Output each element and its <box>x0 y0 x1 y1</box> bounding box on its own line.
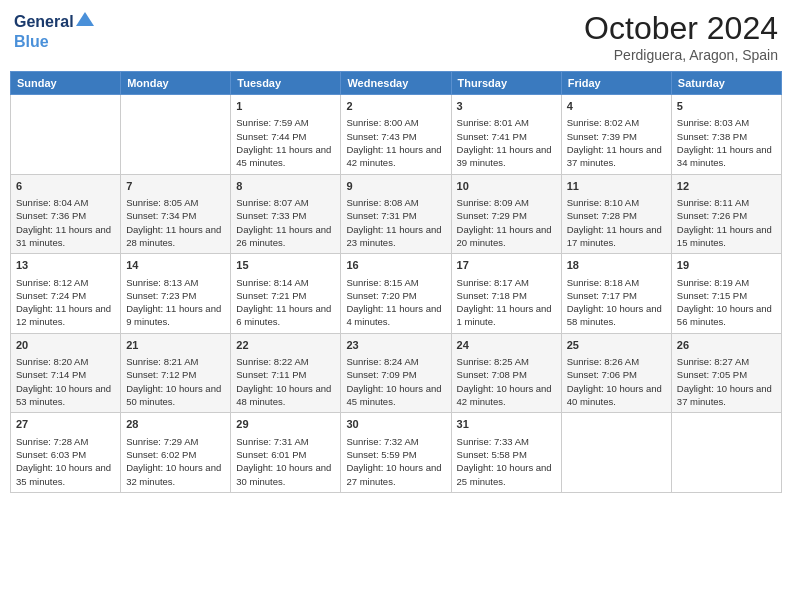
daylight-text: Daylight: 11 hours and 34 minutes. <box>677 144 772 168</box>
daylight-text: Daylight: 11 hours and 39 minutes. <box>457 144 552 168</box>
day-number: 18 <box>567 258 666 273</box>
calendar-cell: 10Sunrise: 8:09 AMSunset: 7:29 PMDayligh… <box>451 174 561 254</box>
month-title: October 2024 <box>584 10 778 47</box>
daylight-text: Daylight: 11 hours and 1 minute. <box>457 303 552 327</box>
daylight-text: Daylight: 10 hours and 50 minutes. <box>126 383 221 407</box>
sunset-text: Sunset: 6:01 PM <box>236 449 306 460</box>
sunset-text: Sunset: 7:44 PM <box>236 131 306 142</box>
sunset-text: Sunset: 7:28 PM <box>567 210 637 221</box>
calendar-cell <box>671 413 781 493</box>
sunset-text: Sunset: 5:59 PM <box>346 449 416 460</box>
sunset-text: Sunset: 7:41 PM <box>457 131 527 142</box>
day-header-friday: Friday <box>561 72 671 95</box>
sunset-text: Sunset: 7:11 PM <box>236 369 306 380</box>
sunrise-text: Sunrise: 8:10 AM <box>567 197 639 208</box>
calendar-cell: 14Sunrise: 8:13 AMSunset: 7:23 PMDayligh… <box>121 254 231 334</box>
day-number: 7 <box>126 179 225 194</box>
calendar-cell: 16Sunrise: 8:15 AMSunset: 7:20 PMDayligh… <box>341 254 451 334</box>
daylight-text: Daylight: 11 hours and 45 minutes. <box>236 144 331 168</box>
sunrise-text: Sunrise: 8:27 AM <box>677 356 749 367</box>
calendar-cell: 8Sunrise: 8:07 AMSunset: 7:33 PMDaylight… <box>231 174 341 254</box>
calendar-table: SundayMondayTuesdayWednesdayThursdayFrid… <box>10 71 782 493</box>
calendar-cell <box>11 95 121 175</box>
day-number: 24 <box>457 338 556 353</box>
day-number: 20 <box>16 338 115 353</box>
sunrise-text: Sunrise: 8:00 AM <box>346 117 418 128</box>
day-number: 13 <box>16 258 115 273</box>
sunrise-text: Sunrise: 7:31 AM <box>236 436 308 447</box>
calendar-cell: 28Sunrise: 7:29 AMSunset: 6:02 PMDayligh… <box>121 413 231 493</box>
daylight-text: Daylight: 11 hours and 28 minutes. <box>126 224 221 248</box>
day-number: 16 <box>346 258 445 273</box>
sunrise-text: Sunrise: 8:19 AM <box>677 277 749 288</box>
daylight-text: Daylight: 11 hours and 12 minutes. <box>16 303 111 327</box>
day-number: 26 <box>677 338 776 353</box>
calendar-cell: 7Sunrise: 8:05 AMSunset: 7:34 PMDaylight… <box>121 174 231 254</box>
sunrise-text: Sunrise: 8:24 AM <box>346 356 418 367</box>
day-number: 14 <box>126 258 225 273</box>
daylight-text: Daylight: 10 hours and 40 minutes. <box>567 383 662 407</box>
daylight-text: Daylight: 10 hours and 53 minutes. <box>16 383 111 407</box>
sunset-text: Sunset: 7:05 PM <box>677 369 747 380</box>
day-number: 22 <box>236 338 335 353</box>
sunrise-text: Sunrise: 8:02 AM <box>567 117 639 128</box>
sunrise-text: Sunrise: 8:05 AM <box>126 197 198 208</box>
daylight-text: Daylight: 10 hours and 25 minutes. <box>457 462 552 486</box>
sunset-text: Sunset: 7:06 PM <box>567 369 637 380</box>
day-header-tuesday: Tuesday <box>231 72 341 95</box>
calendar-cell: 2Sunrise: 8:00 AMSunset: 7:43 PMDaylight… <box>341 95 451 175</box>
calendar-week-row: 1Sunrise: 7:59 AMSunset: 7:44 PMDaylight… <box>11 95 782 175</box>
sunset-text: Sunset: 7:33 PM <box>236 210 306 221</box>
daylight-text: Daylight: 10 hours and 37 minutes. <box>677 383 772 407</box>
sunrise-text: Sunrise: 7:28 AM <box>16 436 88 447</box>
title-area: October 2024 Perdiguera, Aragon, Spain <box>584 10 778 63</box>
calendar-cell: 1Sunrise: 7:59 AMSunset: 7:44 PMDaylight… <box>231 95 341 175</box>
sunrise-text: Sunrise: 8:20 AM <box>16 356 88 367</box>
sunset-text: Sunset: 7:26 PM <box>677 210 747 221</box>
day-number: 19 <box>677 258 776 273</box>
daylight-text: Daylight: 11 hours and 37 minutes. <box>567 144 662 168</box>
daylight-text: Daylight: 10 hours and 58 minutes. <box>567 303 662 327</box>
day-number: 3 <box>457 99 556 114</box>
sunset-text: Sunset: 7:14 PM <box>16 369 86 380</box>
daylight-text: Daylight: 11 hours and 26 minutes. <box>236 224 331 248</box>
sunrise-text: Sunrise: 8:09 AM <box>457 197 529 208</box>
calendar-body: 1Sunrise: 7:59 AMSunset: 7:44 PMDaylight… <box>11 95 782 493</box>
day-header-saturday: Saturday <box>671 72 781 95</box>
sunset-text: Sunset: 5:58 PM <box>457 449 527 460</box>
calendar-cell: 25Sunrise: 8:26 AMSunset: 7:06 PMDayligh… <box>561 333 671 413</box>
page-header: General Blue October 2024 Perdiguera, Ar… <box>10 10 782 63</box>
day-number: 6 <box>16 179 115 194</box>
calendar-cell: 29Sunrise: 7:31 AMSunset: 6:01 PMDayligh… <box>231 413 341 493</box>
day-number: 10 <box>457 179 556 194</box>
calendar-cell: 17Sunrise: 8:17 AMSunset: 7:18 PMDayligh… <box>451 254 561 334</box>
sunrise-text: Sunrise: 8:01 AM <box>457 117 529 128</box>
calendar-cell: 3Sunrise: 8:01 AMSunset: 7:41 PMDaylight… <box>451 95 561 175</box>
sunrise-text: Sunrise: 8:17 AM <box>457 277 529 288</box>
day-number: 17 <box>457 258 556 273</box>
calendar-cell: 5Sunrise: 8:03 AMSunset: 7:38 PMDaylight… <box>671 95 781 175</box>
day-number: 25 <box>567 338 666 353</box>
day-number: 29 <box>236 417 335 432</box>
calendar-cell: 11Sunrise: 8:10 AMSunset: 7:28 PMDayligh… <box>561 174 671 254</box>
day-number: 9 <box>346 179 445 194</box>
calendar-cell: 13Sunrise: 8:12 AMSunset: 7:24 PMDayligh… <box>11 254 121 334</box>
sunset-text: Sunset: 7:36 PM <box>16 210 86 221</box>
location: Perdiguera, Aragon, Spain <box>584 47 778 63</box>
sunset-text: Sunset: 7:08 PM <box>457 369 527 380</box>
day-header-monday: Monday <box>121 72 231 95</box>
day-number: 23 <box>346 338 445 353</box>
calendar-cell: 26Sunrise: 8:27 AMSunset: 7:05 PMDayligh… <box>671 333 781 413</box>
daylight-text: Daylight: 11 hours and 17 minutes. <box>567 224 662 248</box>
svg-marker-0 <box>76 12 94 26</box>
sunrise-text: Sunrise: 8:15 AM <box>346 277 418 288</box>
daylight-text: Daylight: 11 hours and 31 minutes. <box>16 224 111 248</box>
sunset-text: Sunset: 7:18 PM <box>457 290 527 301</box>
calendar-week-row: 6Sunrise: 8:04 AMSunset: 7:36 PMDaylight… <box>11 174 782 254</box>
calendar-cell: 27Sunrise: 7:28 AMSunset: 6:03 PMDayligh… <box>11 413 121 493</box>
day-header-wednesday: Wednesday <box>341 72 451 95</box>
calendar-cell: 30Sunrise: 7:32 AMSunset: 5:59 PMDayligh… <box>341 413 451 493</box>
sunset-text: Sunset: 7:24 PM <box>16 290 86 301</box>
calendar-cell: 15Sunrise: 8:14 AMSunset: 7:21 PMDayligh… <box>231 254 341 334</box>
sunrise-text: Sunrise: 8:18 AM <box>567 277 639 288</box>
